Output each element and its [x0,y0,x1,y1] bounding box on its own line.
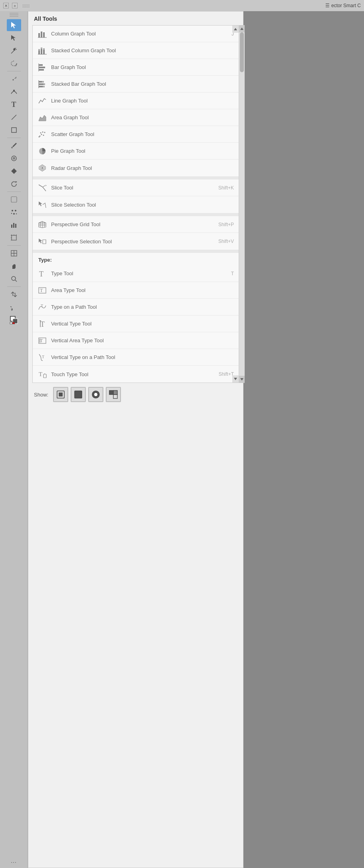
symbol-tool-btn[interactable] [7,206,21,218]
svg-line-37 [15,280,17,282]
vertical-type-tool-item[interactable]: T Vertical Type Tool [33,316,239,332]
more-tools-btn[interactable]: ··· [7,856,21,868]
show-btn-dark[interactable] [71,387,86,402]
scrollbar-track [239,25,245,383]
close-button[interactable]: ✕ [3,3,9,8]
area-type-icon: T [38,286,47,295]
group-spacer-1 [33,176,239,180]
perspective-tools-group: Perspective Grid Tool Shift+P Perspectiv… [33,216,239,250]
eraser-tool-btn[interactable] [7,152,21,164]
swap-colors-btn[interactable] [7,288,21,300]
curvature-tool-btn[interactable] [7,86,21,98]
svg-rect-23 [11,225,12,228]
canvas-area [243,11,364,868]
svg-rect-63 [39,83,44,85]
column-graph-toolbar-btn[interactable] [7,219,21,231]
radar-graph-icon [38,163,47,173]
rect-tool-btn[interactable] [7,124,21,136]
svg-rect-48 [43,32,45,37]
stacked-bar-graph-tool-item[interactable]: Stacked Bar Graph Tool [33,76,239,93]
radar-graph-tool-label: Radar Graph Tool [51,165,230,171]
slice-toolbar-btn[interactable] [7,247,21,259]
hand-tool-btn[interactable] [7,260,21,272]
rotate-ccw-btn[interactable] [7,301,21,313]
svg-rect-25 [15,224,16,228]
column-graph-icon [38,29,47,39]
perspective-grid-icon [38,220,47,229]
blend-tool-btn[interactable] [7,193,21,205]
magic-wand-tool-btn[interactable] [7,45,21,57]
column-graph-tool-item[interactable]: Column Graph Tool J [33,26,239,42]
svg-rect-44 [12,322,15,324]
vertical-type-path-icon: T [38,353,47,362]
svg-marker-107 [240,378,243,381]
scrollbar-up-arrow[interactable] [239,25,245,32]
graph-tools-group: Column Graph Tool J [33,26,239,176]
left-toolbar: T [0,11,28,868]
show-btn-multi[interactable] [106,387,121,402]
svg-text:T: T [40,288,43,293]
slice-selection-tool-item[interactable]: Slice Selection Tool [33,196,239,213]
type-tool-item[interactable]: T Type Tool T [33,265,239,282]
stacked-column-graph-label: Stacked Column Graph Tool [51,47,230,53]
type-section-label: Type: [33,253,239,265]
rotate-tool-btn[interactable] [7,178,21,190]
show-btn-vector[interactable] [53,387,68,402]
text-tool-btn[interactable]: T [7,99,21,110]
paintbrush-tool-btn[interactable] [7,140,21,152]
svg-marker-68 [39,115,46,121]
show-bar: Show: [28,383,243,406]
pen-tool-btn[interactable] [7,73,21,85]
stacked-column-graph-tool-item[interactable]: Stacked Column Graph Tool [33,42,239,59]
stacked-column-graph-icon [38,46,47,55]
area-type-tool-item[interactable]: T Area Type Tool [33,282,239,299]
svg-rect-11 [12,128,16,132]
perspective-grid-tool-item[interactable]: Perspective Grid Tool Shift+P [33,216,239,233]
type-tool-shortcut: T [231,271,234,276]
svg-rect-58 [39,67,45,68]
svg-rect-59 [39,69,44,71]
vertical-type-path-tool-item[interactable]: T Vertical Type on a Path Tool [33,349,239,366]
bar-graph-icon [38,63,47,72]
line-graph-tool-item[interactable]: Line Graph Tool [33,93,239,109]
bar-graph-tool-item[interactable]: Bar Graph Tool [33,59,239,76]
scrollbar-down-arrow[interactable] [239,376,245,383]
vertical-area-type-tool-item[interactable]: T Vertical Area Type Tool [33,332,239,349]
svg-marker-40 [11,308,12,310]
direct-selection-tool-btn[interactable] [7,32,21,44]
svg-rect-53 [41,47,42,49]
touch-type-tool-item[interactable]: T Touch Type Tool Shift+T [33,366,239,383]
scrollbar-thumb[interactable] [240,32,244,72]
scatter-graph-tool-item[interactable]: Scatter Graph Tool [33,126,239,143]
selection-tool-btn[interactable] [7,19,21,31]
line-tool-btn[interactable] [7,111,21,123]
fill-stroke-btn[interactable] [7,314,21,326]
shaper-tool-btn[interactable] [7,165,21,177]
menu-icon[interactable]: ☰ [325,3,330,8]
svg-point-9 [13,90,14,91]
touch-type-shortcut: Shift+T [219,371,234,377]
svg-point-6 [14,49,15,50]
artboard-tool-btn[interactable] [7,232,21,244]
scroll-down-btn[interactable] [232,375,239,383]
svg-rect-51 [38,49,40,51]
area-graph-tool-item[interactable]: Area Graph Tool [33,109,239,126]
svg-rect-113 [109,391,113,395]
radar-graph-tool-item[interactable]: Radar Graph Tool [33,160,239,176]
zoom-tool-btn[interactable] [7,273,21,285]
perspective-grid-label: Perspective Grid Tool [51,221,214,227]
top-bar: ✕ » :::::: ☰ ector Smart C [0,0,364,11]
perspective-selection-tool-item[interactable]: Perspective Selection Tool Shift+V [33,233,239,250]
slice-tool-item[interactable]: Slice Tool Shift+K [33,180,239,196]
scroll-up-btn[interactable] [232,26,239,33]
type-path-tool-item[interactable]: T Type on a Path Tool [33,299,239,316]
pie-graph-tool-item[interactable]: Pie Graph Tool [33,143,239,160]
expand-button[interactable]: » [12,3,18,8]
toolbar-grip [8,13,20,17]
svg-rect-50 [38,51,40,54]
show-btn-circle[interactable] [88,387,103,402]
svg-rect-115 [113,391,117,395]
type-path-icon: T [38,302,47,312]
area-graph-icon [38,113,47,122]
lasso-tool-btn[interactable] [7,57,21,69]
